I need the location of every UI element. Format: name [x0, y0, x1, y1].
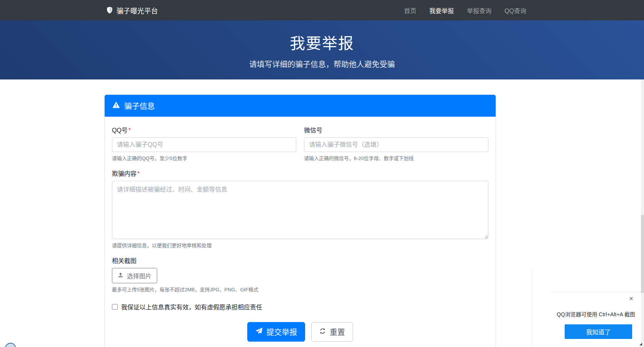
- required-asterisk: *: [128, 127, 131, 134]
- content-label: 欺骗内容*: [112, 169, 488, 178]
- brand-title: 骗子曝光平台: [117, 5, 158, 15]
- page-subtitle: 请填写详细的骗子信息，帮助他人避免受骗: [0, 58, 644, 69]
- form-actions: 提交举报 重置: [112, 322, 488, 342]
- choose-image-button[interactable]: 选择图片: [112, 268, 157, 283]
- agreement-checkbox[interactable]: [112, 304, 118, 310]
- content-field-group: 欺骗内容* 请提供详细信息，以便我们更好地审核和处理: [112, 169, 488, 249]
- paper-plane-icon: [255, 327, 263, 337]
- content-help-text: 请提供详细信息，以便我们更好地审核和处理: [112, 241, 488, 249]
- warning-triangle-icon: [112, 101, 120, 110]
- wechat-field-group: 微信号 请输入正确的微信号，6-20位字母、数字或下划线: [304, 125, 488, 162]
- brand-logo[interactable]: 骗子曝光平台: [106, 5, 158, 15]
- agreement-text: 我保证以上信息真实有效，如有虚假愿承担相应责任: [121, 302, 262, 311]
- floating-assistant-bubble[interactable]: [5, 343, 16, 347]
- qq-help-text: 请输入正确的QQ号，至少5位数字: [112, 154, 296, 162]
- choose-image-label: 选择图片: [127, 271, 151, 280]
- content-textarea[interactable]: [112, 181, 488, 239]
- qq-label: QQ号*: [112, 125, 296, 134]
- required-asterisk: *: [137, 170, 140, 177]
- card-header: 骗子信息: [105, 95, 496, 117]
- reset-label: 重置: [330, 326, 345, 337]
- hero-banner: 我要举报 请填写详细的骗子信息，帮助他人避免受骗: [0, 20, 644, 79]
- top-navbar: 骗子曝光平台 首页 我要举报 举报查询 QQ查询: [0, 0, 644, 20]
- main-nav: 首页 我要举报 举报查询 QQ查询: [404, 6, 526, 15]
- qq-input[interactable]: [112, 137, 296, 152]
- sync-icon: [319, 327, 326, 336]
- agreement-row: 我保证以上信息真实有效，如有虚假愿承担相应责任: [112, 302, 488, 311]
- scrollbar-corner-arrow-icon: [639, 343, 642, 345]
- reset-button[interactable]: 重置: [311, 322, 353, 342]
- screenshots-help-text: 最多可上传5张图片，每张不超过2MB，支持JPG、PNG、GIF格式: [112, 286, 488, 293]
- nav-item-qq-query[interactable]: QQ查询: [504, 6, 526, 15]
- toast-confirm-button[interactable]: 我知道了: [565, 324, 632, 339]
- scrollbar-thumb[interactable]: [641, 215, 644, 293]
- qq-field-group: QQ号* 请输入正确的QQ号，至少5位数字: [112, 125, 296, 162]
- submit-report-label: 提交举报: [266, 326, 297, 337]
- wechat-help-text: 请输入正确的微信号，6-20位字母、数字或下划线: [304, 154, 488, 162]
- wechat-label: 微信号: [304, 125, 488, 134]
- upload-icon: [118, 272, 123, 279]
- browser-side-panel-divider: [532, 269, 532, 347]
- nav-item-home[interactable]: 首页: [404, 6, 416, 15]
- card-header-title: 骗子信息: [124, 100, 155, 111]
- scrollbar-track[interactable]: [641, 79, 644, 347]
- browser-screenshot-toast: × QQ浏览器可使用 Ctrl+Alt+A 截图 我知道了: [551, 292, 641, 347]
- toast-message: QQ浏览器可使用 Ctrl+Alt+A 截图: [551, 310, 641, 318]
- screenshots-label: 相关截图: [112, 256, 488, 265]
- screenshots-field-group: 相关截图 选择图片 最多可上传5张图片，每张不超过2MB，支持JPG、PNG、G…: [112, 256, 488, 293]
- wechat-input[interactable]: [304, 137, 488, 152]
- page-title: 我要举报: [0, 31, 644, 53]
- submit-report-button[interactable]: 提交举报: [247, 322, 305, 342]
- form-row-ids: QQ号* 请输入正确的QQ号，至少5位数字 微信号 请输入正确的微信号，6-20…: [112, 125, 488, 162]
- shield-icon: [106, 7, 113, 14]
- close-icon[interactable]: ×: [627, 294, 636, 302]
- nav-item-report[interactable]: 我要举报: [429, 6, 454, 15]
- nav-item-report-query[interactable]: 举报查询: [467, 6, 491, 15]
- report-form-card: 骗子信息 QQ号* 请输入正确的QQ号，至少5位数字 微信号 请输入正确的微信号…: [104, 94, 496, 347]
- card-body: QQ号* 请输入正确的QQ号，至少5位数字 微信号 请输入正确的微信号，6-20…: [105, 117, 496, 347]
